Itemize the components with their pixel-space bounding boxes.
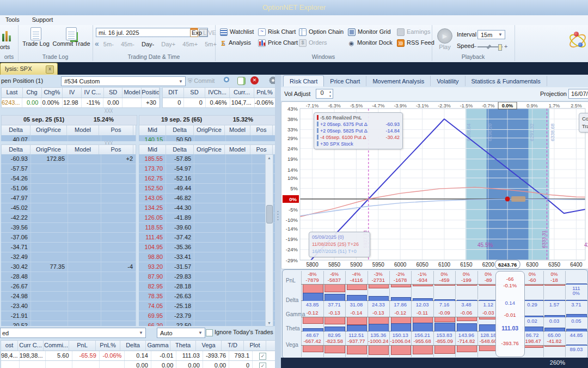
vol-adjust-stepper[interactable]: 0▲▼ [316,89,333,99]
export-icon[interactable] [237,77,246,85]
scroll-down-icon[interactable]: ▼ [266,320,273,326]
table-row[interactable]: -24.98 [1,292,136,301]
table-row[interactable]: -51.06 [1,184,136,194]
windows-toggle-option-chain[interactable]: Option Chain [299,28,347,36]
table-row[interactable]: 152.50-49.44 [139,184,275,194]
table-row[interactable]: 143.05-46.82 [139,194,275,203]
nav-45m-plus[interactable]: 45m+ [182,41,198,47]
cell [68,262,101,272]
menu-support[interactable]: Support [27,15,59,23]
table-row[interactable]: 93.20-31.57 [139,262,275,272]
nav-day-plus[interactable]: Day+ [161,41,175,47]
rewind-icon[interactable]: « [95,39,99,48]
speed-slider-thumb[interactable] [498,44,502,51]
table-row[interactable]: 118.55-39.60 [139,223,275,233]
windows-toggle-monitor-grid[interactable]: Monitor Grid [348,28,396,36]
table-row[interactable]: 66.20-22.50 [139,321,275,326]
expiration-header[interactable]: 19 sep. 25 (65)15.32% [139,115,277,125]
play-button[interactable]: ▶ Play [437,28,452,50]
panel-splitter-vertical[interactable]: •••• [275,75,281,368]
plot-checkbox-icon[interactable]: ✓ [259,363,266,368]
speed-plus-icon[interactable]: + [504,43,507,50]
scrollbar-thumb[interactable] [266,205,273,224]
cell: -30.42 [1,262,31,272]
auto-mode-select[interactable]: Auto▼ [157,328,205,338]
commit-trade-button[interactable]: Commit Trade [52,27,91,47]
table-row[interactable]: -47.97 [1,194,136,203]
tab-movement-analysis[interactable]: Movement Analysis [366,76,431,86]
table-row[interactable]: -26.67 [1,282,136,292]
table-row[interactable]: 0.000.000.000.000✓ [1,361,277,368]
greek-bar [369,285,389,288]
table-row[interactable]: 111.45-37.42 [139,233,275,243]
scroll-up-icon[interactable]: ▲ [266,155,273,161]
table-row[interactable]: 104.95-35.36 [139,243,275,252]
table-row[interactable]: -54.26 [1,174,136,184]
table-row[interactable]: -20.52 [1,321,136,326]
table-row[interactable]: 000.46%104,7...-0.06% [162,98,277,108]
table-row[interactable]: 98.80-33.41 [139,252,275,262]
current-price-column[interactable]: -66-0.1%0.14-0.01111.03-393.76 [495,271,525,357]
table-row[interactable]: 40.07 [1,135,136,141]
strategy-select[interactable]: #534 Custom▼ [61,76,186,86]
table-row[interactable]: 185.55-57.85 [139,154,275,164]
cell: 98,4... [1,351,20,360]
projection-date-input[interactable]: 16/07/2 [568,89,588,99]
table-row[interactable]: 6243...0.000.00%12.98-11%0.00+30 [1,98,160,108]
table-row[interactable]: -23.40 [1,301,136,311]
trade-log-button[interactable]: Trade Log [22,27,50,47]
close-position-icon[interactable]: ✕ [250,76,259,85]
table-row[interactable]: 87.90-29.83 [139,272,275,282]
windows-toggle-risk-chart[interactable]: ~Risk Chart [258,28,298,36]
windows-toggle-analysis[interactable]: ΣAnalysis [220,39,257,46]
table-row[interactable]: -60.93172.85+2 [1,154,136,164]
tab-analysis-spx[interactable]: lysis: SPX x [0,63,58,75]
table-row[interactable]: -28.48 [1,272,136,282]
tab-risk-chart[interactable]: Risk Chart [283,75,324,87]
table-row[interactable]: 98,4...198,38...5.60-65.59-0.06%0.14-0.0… [1,351,277,361]
table-row[interactable]: -30.4277.35-4 [1,262,136,272]
risk-chart[interactable]: 6148.646196.206291.326338.685927.736333.… [281,101,588,269]
speed-minus-icon[interactable]: − [473,43,476,50]
splitter-horizontal[interactable]: ╳╳╳ [0,108,218,113]
grid-scrollbar[interactable]: ▲ ▼ [265,154,273,327]
tab-volatility[interactable]: Volatility [431,76,465,86]
interval-select[interactable]: 15m▼ [477,30,505,39]
table-row[interactable]: -34.71 [1,243,136,252]
nav-5m-minus[interactable]: 5m- [103,41,114,47]
reports-button[interactable]: orts [0,44,10,50]
windows-toggle-price-chart[interactable]: Price Chart [258,39,298,47]
table-row[interactable]: 134.25-44.30 [139,203,275,213]
table-row[interactable]: -21.91 [1,311,136,321]
table-row[interactable]: 82.95-28.18 [139,282,275,292]
tab-statistics-fundamentals[interactable]: Statistics & Fundamentals [465,76,547,86]
search-icon[interactable] [223,76,231,85]
table-row[interactable]: -57.57 [1,164,136,174]
nav-45m-minus[interactable]: 45m- [121,41,134,47]
windows-toggle-rss-feed[interactable]: )))RSS Feed [397,39,431,47]
tab-close-icon[interactable]: x [46,65,54,74]
plot-checkbox-icon[interactable]: ✓ [259,353,266,360]
tab-price-chart[interactable]: Price Chart [324,76,366,86]
expiration-header[interactable]: 05 sep. 25 (51)15.24% [1,115,137,125]
table-row[interactable]: -37.06 [1,233,136,243]
table-row[interactable]: 140.1550.50 [139,135,275,141]
table-row[interactable]: 69.95-23.79 [139,311,275,321]
table-row[interactable]: -45.02 [1,203,136,213]
commit-button[interactable]: ⛨ Commit [188,77,215,85]
table-row[interactable]: 173.70-54.97 [139,164,275,174]
windows-toggle-monitor-dock[interactable]: ◉Monitor Dock [348,39,396,46]
trade-filter-select[interactable]: ed▼ [0,328,146,338]
ignore-trades-checkbox[interactable]: Ignore Today's Trades [206,329,273,336]
table-row[interactable]: 78.35-26.63 [139,292,275,301]
table-row[interactable]: -39.56 [1,223,136,233]
table-row[interactable]: 162.75-52.16 [139,174,275,184]
table-row[interactable]: -42.22 [1,213,136,223]
table-row[interactable]: 74.05-25.18 [139,301,275,311]
menu-tools[interactable]: Tools [0,15,25,23]
commit-trade-box[interactable]: CommTrade [579,113,588,132]
windows-toggle-watchlist[interactable]: Watchlist [220,28,257,36]
nav-day-minus[interactable]: Day- [142,41,154,47]
table-row[interactable]: 126.05-41.89 [139,213,275,223]
table-row[interactable]: -32.49 [1,252,136,262]
